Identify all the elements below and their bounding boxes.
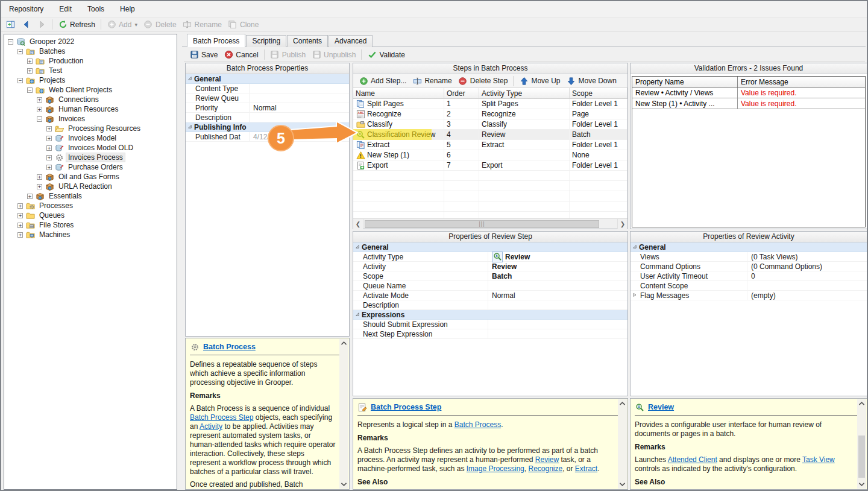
rename-step-button[interactable]: Rename [409,75,454,87]
scroll-left-button[interactable]: ❮ [353,219,363,229]
help-link-extract[interactable]: Extract [575,464,597,473]
property-value[interactable]: Normal [250,104,349,112]
property-value[interactable]: Batch [488,272,627,280]
steps-row-new-step-1[interactable]: New Step (1)6None [353,150,627,160]
tree-item-processes[interactable]: +Processes [4,201,177,211]
tree-expander[interactable]: + [46,145,52,151]
add-step-button[interactable]: Add Step... [356,75,409,87]
tab-contents[interactable]: Contents [287,35,328,47]
property-value[interactable]: Review [488,252,627,262]
save-button[interactable]: Save [186,49,221,61]
property-row-activity[interactable]: ActivityReview [353,262,627,271]
tree-item-essentials[interactable]: +Essentials [4,191,177,201]
refresh-button[interactable]: Refresh [55,19,98,31]
help-link-attended-client[interactable]: Attended Client [668,455,717,464]
property-row-user-activity-timeout[interactable]: User Activity Timeout0 [631,271,867,281]
property-row-published-dat[interactable]: Published Dat4/12/2022 8:23 AM [186,132,349,142]
rename-button[interactable]: Rename [180,19,225,31]
property-row-next-step-expression[interactable]: Next Step Expression [353,329,627,339]
validate-button[interactable]: Validate [364,49,407,61]
property-group-publishing-info[interactable]: Publishing Info [186,122,349,132]
steps-row-export[interactable]: Export7ExportFolder Level 1 [353,160,627,171]
tree-item-test[interactable]: +Test [4,66,177,75]
tree-item-machines[interactable]: +Machines [4,230,177,239]
tree-item-oil-and-gas-forms[interactable]: +Oil and Gas Forms [4,172,177,182]
tab-batch-process[interactable]: Batch Process [187,34,245,47]
clone-button[interactable]: Clone [225,19,262,31]
tree-expander[interactable]: + [27,59,33,64]
menu-tools[interactable]: Tools [80,2,112,16]
property-value[interactable]: (0 Task Views) [747,253,867,261]
menu-edit[interactable]: Edit [51,2,80,16]
tree-expander[interactable]: − [27,87,33,93]
property-row-activate-mode[interactable]: Activate ModeNormal [353,291,627,300]
add-button[interactable]: Add▾ [104,19,140,31]
property-value[interactable]: (empty) [747,291,867,300]
tree-expander[interactable]: − [8,39,13,45]
help-scrollbar[interactable] [339,339,348,489]
column-header-order[interactable]: Order [444,88,479,98]
tree-expander[interactable]: + [37,107,42,112]
tree-expander[interactable]: + [46,165,52,170]
tree-item-grooper-2022[interactable]: −Grooper 2022 [4,37,177,46]
cancel-button[interactable]: Cancel [221,49,261,61]
tree-expander[interactable]: + [17,213,23,218]
tree-expander[interactable]: + [27,68,33,74]
tree-expander[interactable]: − [17,49,23,54]
scroll-right-button[interactable]: ❯ [617,219,627,229]
scroll-thumb[interactable] [858,436,865,478]
tree-item-projects[interactable]: −Projects [4,75,177,85]
move-down-button[interactable]: Move Down [563,75,619,87]
steps-row-extract[interactable]: Extract5ExtractFolder Level 1 [353,140,627,150]
scroll-down-icon[interactable] [857,480,866,489]
tree-expander[interactable]: + [37,97,42,103]
property-row-description[interactable]: Description [353,300,627,310]
property-row-content-scope[interactable]: Content Scope [631,281,867,291]
tree-item-production[interactable]: +Production [4,56,177,66]
property-row-activity-type[interactable]: Activity TypeReview [353,252,627,262]
property-group-general[interactable]: General [631,242,867,252]
column-header-property-name[interactable]: Property Name [632,77,738,87]
scroll-down-icon[interactable] [339,480,348,489]
nav-back-button[interactable] [18,19,34,31]
property-value[interactable]: (0 Command Options) [747,262,867,271]
tree-item-human-resources[interactable]: +Human Resources [4,104,177,114]
tree-item-invoices-model-old[interactable]: +Invoices Model OLD [4,143,177,153]
nav-forward-button[interactable] [34,19,49,31]
tree-expander[interactable]: + [46,155,52,160]
property-row-scope[interactable]: ScopeBatch [353,271,627,281]
tab-advanced[interactable]: Advanced [329,35,373,47]
validation-row-new-step-1-activity[interactable]: New Step (1) • Activity ...Value is requ… [632,98,865,109]
tree-expander[interactable]: − [17,78,23,83]
help-title-link[interactable]: Batch Process [203,343,256,351]
delete-button[interactable]: Delete [140,19,180,31]
help-link-activity[interactable]: Activity [200,422,222,431]
tree-item-urla-redaction[interactable]: +URLA Redaction [4,182,177,191]
property-value[interactable]: Normal [488,291,627,300]
property-row-content-type[interactable]: Content Type [186,84,349,93]
property-row-review-queu[interactable]: Review Queu [186,93,349,103]
steps-row-recognize[interactable]: ABCRecognize2RecognizePage [353,109,627,119]
help-title-link[interactable]: Review [648,403,674,411]
tree-expander[interactable]: + [37,174,42,180]
property-row-description[interactable]: Description [186,113,349,122]
help-link-review[interactable]: Review [535,455,559,464]
validation-row-review-activity-views[interactable]: Review • Activity / ViewsValue is requir… [632,87,865,98]
tree-item-invoices-process[interactable]: +Invoices Process [4,153,177,162]
scroll-thumb[interactable]: ||| [365,220,599,228]
tree-expander[interactable]: + [17,232,23,238]
help-link-image-processing[interactable]: Image Processing [467,464,524,473]
tree-item-purchase-orders[interactable]: +Purchase Orders [4,162,177,172]
steps-row-split-pages[interactable]: Split Pages1Split PagesFolder Level 1 [353,99,627,109]
tree-item-processing-resources[interactable]: +Processing Resources [4,124,177,133]
help-link-batch-process-step[interactable]: Batch Process Step [190,413,253,422]
tree-item-invoices-model[interactable]: +Invoices Model [4,133,177,143]
column-header-scope[interactable]: Scope [570,88,627,98]
tree-expander[interactable]: + [37,184,42,189]
tree-item-file-stores[interactable]: +File Stores [4,220,177,230]
tree-expander[interactable]: + [17,203,23,209]
tree-item-invoices[interactable]: −Invoices [4,114,177,124]
panel-toggle-button[interactable] [2,19,18,31]
help-link-batch-process[interactable]: Batch Process [454,420,501,429]
tree-expander[interactable]: − [37,116,42,122]
